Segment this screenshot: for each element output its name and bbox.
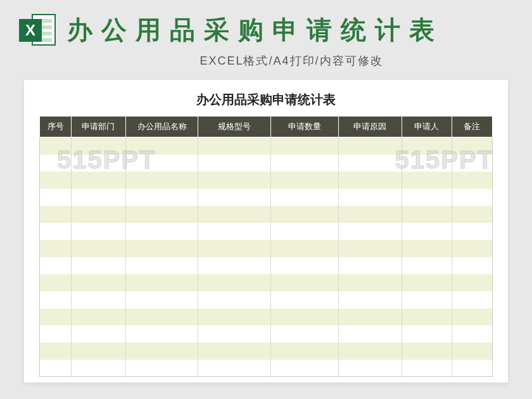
header-bar: X 办公用品采购申请统计表 (0, 0, 532, 52)
table-cell (452, 206, 492, 223)
table-cell (452, 155, 492, 172)
table-cell (198, 326, 270, 343)
table-cell (338, 257, 402, 274)
table-cell (338, 155, 402, 172)
table-cell (125, 240, 198, 257)
col-header: 申请部门 (72, 117, 126, 137)
table-cell (125, 291, 198, 308)
table-cell (40, 223, 72, 240)
table-cell (270, 360, 338, 377)
col-header: 办公用品名称 (125, 117, 198, 137)
table-cell (402, 360, 452, 377)
table-cell (72, 360, 126, 377)
table-cell (125, 223, 198, 240)
table-cell (198, 240, 270, 257)
table-cell (402, 206, 452, 223)
table-cell (270, 291, 338, 308)
table-cell (198, 291, 270, 308)
table-cell (72, 326, 126, 343)
table-cell (198, 308, 270, 326)
table-cell (452, 360, 492, 377)
table-cell (270, 308, 338, 326)
table-cell (338, 343, 402, 360)
col-header: 申请数量 (270, 117, 338, 137)
col-header: 申请人 (402, 117, 452, 137)
table-cell (402, 155, 452, 172)
table-cell (270, 223, 338, 240)
table-cell (40, 172, 72, 189)
col-header: 备注 (452, 117, 492, 137)
table-cell (452, 326, 492, 343)
table-cell (72, 240, 126, 257)
table-cell (338, 189, 402, 206)
table-row (40, 189, 493, 206)
table-cell (198, 137, 270, 155)
table-cell (452, 189, 492, 206)
table-cell (40, 326, 72, 343)
table-cell (40, 360, 72, 377)
table-cell (402, 291, 452, 308)
table-cell (338, 172, 402, 189)
table-row (40, 206, 493, 223)
table-cell (402, 308, 452, 326)
table-cell (72, 189, 126, 206)
table-cell (125, 257, 198, 274)
table-cell (72, 291, 126, 308)
table-cell (40, 343, 72, 360)
table-row (40, 308, 493, 326)
spreadsheet-preview: 办公用品采购申请统计表 序号 申请部门 办公用品名称 规格型号 申请数量 申请原… (24, 80, 508, 383)
table-cell (452, 274, 492, 291)
table-cell (125, 172, 198, 189)
table-cell (125, 189, 198, 206)
table-cell (198, 274, 270, 291)
excel-x-badge: X (19, 19, 42, 42)
table-cell (338, 326, 402, 343)
table-cell (452, 343, 492, 360)
table-cell (198, 257, 270, 274)
table-cell (125, 155, 198, 172)
table-cell (402, 257, 452, 274)
table-row (40, 326, 493, 343)
table-row (40, 291, 493, 308)
table-cell (338, 206, 402, 223)
table-cell (270, 172, 338, 189)
table-cell (270, 189, 338, 206)
table-cell (270, 326, 338, 343)
table-cell (72, 343, 126, 360)
col-header: 申请原因 (338, 117, 402, 137)
table-cell (402, 343, 452, 360)
table-cell (402, 189, 452, 206)
table-cell (72, 206, 126, 223)
table-cell (125, 360, 198, 377)
table-cell (198, 343, 270, 360)
table-cell (402, 326, 452, 343)
table-cell (40, 240, 72, 257)
table-cell (402, 172, 452, 189)
table-cell (270, 343, 338, 360)
table-cell (40, 206, 72, 223)
table-row (40, 343, 493, 360)
table-cell (72, 155, 126, 172)
table-row (40, 172, 493, 189)
table-cell (125, 308, 198, 326)
table-cell (40, 274, 72, 291)
page-title: 办公用品采购申请统计表 (67, 13, 443, 48)
table-cell (40, 291, 72, 308)
table-cell (338, 223, 402, 240)
table-cell (198, 172, 270, 189)
table-cell (270, 206, 338, 223)
table-cell (125, 326, 198, 343)
table-cell (452, 240, 492, 257)
table-cell (198, 189, 270, 206)
table-cell (125, 274, 198, 291)
table-cell (452, 172, 492, 189)
table-cell (270, 274, 338, 291)
table-cell (198, 155, 270, 172)
page-subtitle: EXCEL格式/A4打印/内容可修改 (0, 53, 532, 68)
table-cell (72, 223, 126, 240)
table-row (40, 223, 493, 240)
sheet-title: 办公用品采购申请统计表 (39, 91, 493, 108)
table-cell (125, 137, 198, 155)
table-cell (40, 189, 72, 206)
table-cell (198, 223, 270, 240)
